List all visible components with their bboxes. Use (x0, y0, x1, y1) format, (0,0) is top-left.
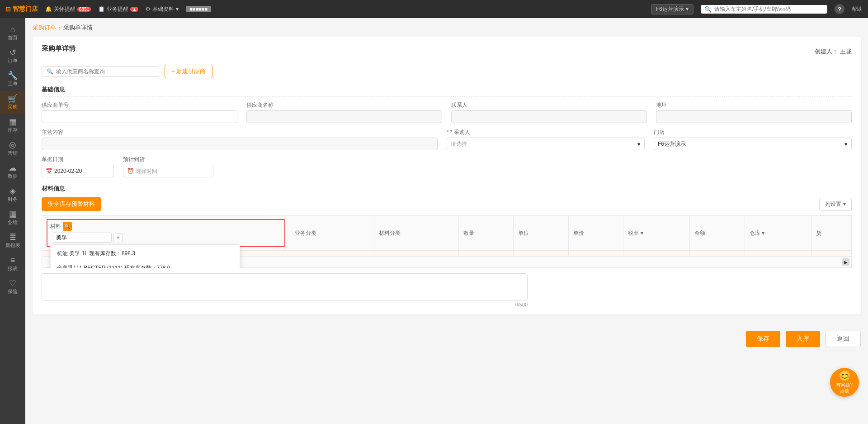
sidebar-label-new-reports: 新报表 (5, 242, 20, 249)
label-store: 门店 (654, 129, 852, 136)
sidebar-label-performance: 业绩 (8, 219, 18, 226)
remarks-textarea[interactable] (42, 273, 528, 300)
finance-icon: ◈ (9, 187, 16, 195)
sidebar-label-reports: 报表 (8, 265, 18, 272)
material-search-icon-btn[interactable]: 🔍 (63, 222, 72, 231)
bell-badge: 6851 (77, 7, 91, 12)
sidebar-item-orders[interactable]: ↺ 订单 (0, 45, 25, 68)
materials-table-container: 材料 🔍 + (42, 215, 852, 268)
global-search-bar[interactable]: 🔍 (701, 5, 827, 14)
breadcrumb-current: 采购单详情 (63, 24, 93, 32)
purchase-icon: 🛒 (8, 95, 18, 103)
form-card: 采购单详情 创建人： 王珑 🔍 + 新建供应商 基础信息 供应商单号 供应商名称 (33, 37, 861, 314)
materials-table: 材料 🔍 + (42, 215, 852, 257)
td-quantity (458, 251, 514, 257)
sidebar-label-tasks: 工单 (8, 81, 18, 87)
char-count: 0/500 (42, 302, 528, 307)
sidebar-item-insurance[interactable]: ♡ 保险 (0, 276, 25, 299)
sidebar-label-orders: 订单 (8, 57, 18, 64)
sidebar-item-reports[interactable]: ≡ 报表 (0, 252, 25, 276)
input-supplier-no[interactable] (42, 110, 237, 123)
dropdown-item-1[interactable]: 金美孚111 BECTEP (1111) 现有库存数：778.0 (51, 261, 240, 268)
th-material-label: 材料 (50, 223, 61, 230)
th-material-category: 材料分类 (374, 216, 458, 251)
store-select[interactable]: F6运营演示 ▾ (654, 138, 852, 150)
material-text-input[interactable] (53, 233, 112, 243)
label-expected: 预计到货 (123, 156, 213, 163)
label-purchaser: * 采购人 (447, 129, 645, 136)
save-button[interactable]: 保存 (746, 331, 780, 347)
sidebar-label-inventory: 库存 (8, 127, 18, 133)
bell-icon: 🔔 (45, 6, 52, 12)
remarks-section: 0/500 (42, 273, 852, 307)
expected-picker[interactable]: ⏰ 选择时间 (123, 165, 213, 177)
th-biz-category: 业务分类 (290, 216, 374, 251)
th-unit: 单位 (514, 216, 569, 251)
sidebar-item-finance[interactable]: ◈ 财务 (0, 183, 25, 206)
sidebar-item-tasks[interactable]: 🔧 工单 (0, 68, 25, 91)
input-supplier-name[interactable] (246, 110, 442, 123)
label-address: 地址 (656, 101, 852, 109)
insurance-icon: ♡ (9, 279, 16, 287)
bell-nav-item[interactable]: 🔔 关怀提醒 6851 (45, 5, 91, 13)
field-supplier-name: 供应商名称 (246, 101, 442, 123)
basic-info-row2: 主营内容 * 采购人 请选择 ▾ 门店 F6运营演示 ▾ (42, 129, 852, 150)
field-contact: 联系人 (451, 101, 647, 123)
sidebar-item-new-reports[interactable]: ≣ 新报表 (0, 229, 25, 252)
col-settings-button[interactable]: 列设置 ▾ (819, 198, 852, 211)
sidebar-item-home[interactable]: ⌂ 首页 (0, 22, 25, 45)
breadcrumb: 采购订单 › 采购单详情 (33, 24, 861, 32)
main-content: 采购订单 › 采购单详情 采购单详情 创建人： 王珑 🔍 + 新建供应商 基础信… (25, 18, 868, 424)
new-supplier-button[interactable]: + 新建供应商 (165, 65, 212, 78)
sidebar-item-marketing[interactable]: ◎ 营销 (0, 137, 25, 160)
sidebar-label-finance: 财务 (8, 196, 18, 203)
basic-nav-item[interactable]: ⚙ 基础资料 ▾ (146, 5, 179, 13)
add-material-button[interactable]: + (113, 233, 123, 242)
help-btn[interactable]: ? (835, 4, 844, 14)
help-float-button[interactable]: 😊 有问题? 点我 (830, 368, 859, 397)
scroll-right-arrow[interactable]: ▶ (842, 258, 849, 266)
creator-info: 创建人： 王珑 (815, 48, 852, 56)
sidebar-item-data[interactable]: ☁ 数据 (0, 160, 25, 183)
date-picker[interactable]: 📅 2020-02-20 (42, 165, 114, 177)
sidebar-item-purchase[interactable]: 🛒 采购 (0, 91, 25, 114)
marketing-icon: ◎ (9, 141, 16, 149)
input-contact[interactable] (451, 110, 647, 123)
top-nav: ⊡ 智慧门店 🔔 关怀提醒 6851 📋 业务提醒 ▲ ⚙ 基础资料 ▾ ■■■… (0, 0, 868, 18)
supplier-search-wrapper[interactable]: 🔍 (42, 66, 159, 77)
global-search-input[interactable] (714, 6, 823, 12)
th-material: 材料 🔍 + (42, 216, 290, 251)
supplier-search-icon: 🔍 (47, 68, 53, 75)
instock-button[interactable]: 入库 (786, 331, 820, 347)
purchaser-select[interactable]: 请选择 ▾ (447, 138, 645, 150)
label-contact: 联系人 (451, 101, 647, 109)
th-goods: 货 (811, 216, 851, 251)
back-button[interactable]: 返回 (826, 331, 861, 347)
basic-info-row3: 单据日期 📅 2020-02-20 预计到货 ⏰ 选择时间 (42, 156, 852, 177)
f6-dropdown-btn[interactable]: F6运营演示 ▾ (651, 4, 693, 14)
th-quantity: 数量 (458, 216, 514, 251)
logo: ⊡ 智慧门店 (5, 5, 38, 13)
sidebar-item-performance[interactable]: ▦ 业绩 (0, 206, 25, 229)
business-nav-item[interactable]: 📋 业务提醒 ▲ (98, 5, 138, 13)
page-title: 采购单详情 (42, 44, 75, 53)
clock-icon: ⏰ (127, 168, 134, 174)
bottom-actions: 保存 入库 返回 (33, 324, 861, 354)
td-amount (690, 251, 745, 257)
field-purchaser: * 采购人 请选择 ▾ (447, 129, 645, 150)
field-main-content: 主营内容 (42, 129, 438, 150)
materials-toolbar: 安全库存预警材料 列设置 ▾ (42, 197, 852, 211)
reports-icon: ≡ (10, 256, 15, 264)
data-icon: ☁ (9, 164, 17, 172)
new-reports-icon: ≣ (9, 233, 16, 241)
dropdown-item-0[interactable]: 机油 美孚 1L 现有库存数：898.3 (51, 247, 240, 261)
td-warehouse (745, 251, 811, 257)
tasks-icon: 🔧 (8, 71, 18, 80)
input-main-content[interactable] (42, 138, 438, 150)
supplier-search-input[interactable] (56, 68, 146, 75)
breadcrumb-parent[interactable]: 采购订单 (33, 24, 56, 32)
label-date: 单据日期 (42, 156, 114, 163)
warning-stock-button[interactable]: 安全库存预警材料 (42, 197, 101, 211)
sidebar-item-inventory[interactable]: ▦ 库存 (0, 114, 25, 137)
input-address[interactable] (656, 110, 852, 123)
